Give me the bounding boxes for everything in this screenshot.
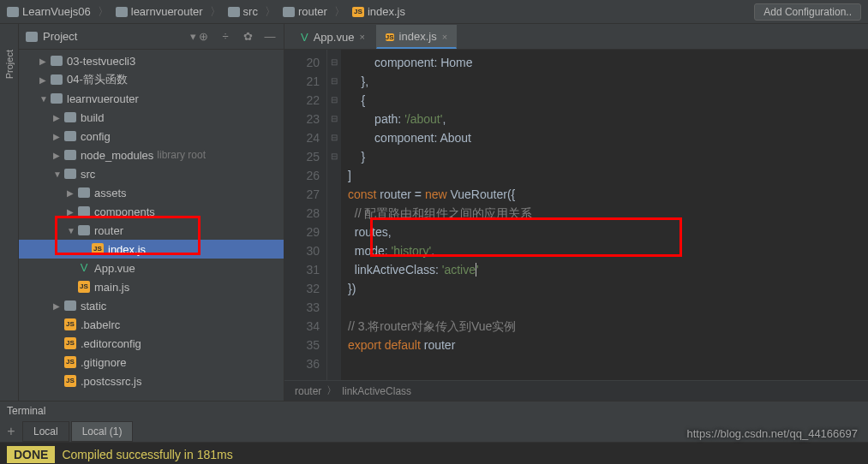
code-line[interactable]: component: Home [348, 53, 868, 72]
breadcrumb-item[interactable]: learnvuerouter [116, 5, 203, 18]
hide-icon[interactable]: — [263, 30, 277, 44]
code-line[interactable]: routes, [348, 223, 868, 241]
line-number[interactable]: 27 [284, 185, 320, 204]
code-line[interactable]: { [348, 91, 868, 110]
line-number[interactable]: 33 [284, 298, 320, 317]
tree-item-assets[interactable]: ▶assets [19, 183, 284, 202]
code-line[interactable]: const router = new VueRouter({ [348, 185, 868, 204]
collapse-icon[interactable]: ÷ [218, 30, 232, 44]
folder-icon [283, 7, 295, 17]
line-number[interactable]: 31 [284, 260, 320, 279]
tree-arrow-icon[interactable]: ▶ [39, 57, 50, 66]
tree-arrow-icon[interactable]: ▶ [53, 301, 63, 311]
tree-item-04-----[interactable]: ▶04-箭头函数 [19, 70, 284, 89]
line-number[interactable]: 28 [284, 204, 320, 223]
tree-item-main-js[interactable]: JSmain.js [19, 277, 284, 296]
fold-toggle[interactable]: ⊟ [327, 128, 341, 147]
tree-arrow-icon[interactable]: ▼ [67, 226, 77, 235]
fold-toggle[interactable]: ⊟ [327, 147, 341, 166]
tree-item--gitignore[interactable]: JS.gitignore [19, 353, 284, 372]
tree-item-node-modules[interactable]: ▶node_moduleslibrary root [19, 146, 284, 164]
editor-tab[interactable]: JSindex.js× [376, 25, 457, 49]
line-number[interactable]: 20 [284, 53, 320, 72]
tree-item-src[interactable]: ▼src [19, 164, 284, 183]
tree-item-config[interactable]: ▶config [19, 127, 284, 146]
code-line[interactable]: mode: 'history', [348, 241, 868, 260]
folder-icon [26, 32, 38, 42]
tree-item--postcssrc-js[interactable]: JS.postcssrc.js [19, 372, 284, 390]
line-number[interactable]: 25 [284, 147, 320, 166]
tree-arrow-icon[interactable]: ▶ [39, 75, 50, 85]
code-line[interactable]: // 配置路由和组件之间的应用关系 [348, 204, 868, 223]
code-line[interactable]: } [348, 147, 868, 166]
code-line[interactable]: // 3.将router对象传入到Vue实例 [348, 317, 868, 336]
code-line[interactable]: ] [348, 166, 868, 185]
close-icon[interactable]: × [359, 32, 364, 42]
code-line[interactable]: }) [348, 279, 868, 298]
line-number[interactable]: 35 [284, 336, 320, 354]
breadcrumb-node[interactable]: linkActiveClass [342, 385, 411, 397]
tree-item-label: 03-testvuecli3 [67, 55, 135, 68]
line-number[interactable]: 26 [284, 166, 320, 185]
terminal-tab[interactable]: Local (1) [71, 421, 134, 442]
project-tool-rail[interactable]: Project [0, 24, 19, 401]
tree-arrow-icon[interactable]: ▶ [67, 188, 77, 198]
code-editor[interactable]: component: Home }, { path: '/about', com… [341, 50, 868, 380]
tree-item-learnvuerouter[interactable]: ▼learnvuerouter [19, 89, 284, 108]
fold-toggle[interactable]: ⊟ [327, 53, 341, 72]
close-icon[interactable]: × [442, 32, 447, 42]
code-line[interactable]: linkActiveClass: 'active' [348, 260, 868, 279]
target-icon[interactable]: ⊕ [196, 30, 210, 44]
tree-arrow-icon[interactable]: ▶ [53, 132, 63, 141]
chevron-right-icon: 〉 [334, 4, 345, 20]
terminal-header[interactable]: Terminal [0, 402, 868, 420]
add-configuration-button[interactable]: Add Configuration.. [754, 3, 861, 21]
line-number[interactable]: 36 [284, 354, 320, 373]
fold-toggle[interactable]: ⊟ [327, 110, 341, 128]
line-number[interactable]: 34 [284, 317, 320, 336]
fold-toggle[interactable]: ⊟ [327, 91, 341, 110]
tree-arrow-icon[interactable]: ▶ [53, 113, 63, 122]
tree-item-03-testvuecli3[interactable]: ▶03-testvuecli3 [19, 51, 284, 70]
line-number[interactable]: 22 [284, 91, 320, 110]
line-number[interactable]: 21 [284, 72, 320, 91]
chevron-down-icon[interactable]: ▾ [190, 30, 196, 43]
tree-arrow-icon[interactable]: ▶ [53, 151, 63, 160]
line-number[interactable]: 32 [284, 279, 320, 298]
code-line[interactable]: component: About [348, 128, 868, 147]
code-line[interactable]: }, [348, 72, 868, 91]
tree-arrow-icon[interactable]: ▼ [39, 94, 50, 104]
breadcrumb-item[interactable]: JSindex.js [352, 5, 405, 18]
line-number[interactable]: 23 [284, 110, 320, 128]
tree-item-build[interactable]: ▶build [19, 108, 284, 127]
tree-item-static[interactable]: ▶static [19, 296, 284, 315]
breadcrumb-item[interactable]: router [283, 5, 327, 18]
breadcrumb-item[interactable]: LearnVuejs06 [7, 5, 91, 18]
gear-icon[interactable]: ✿ [241, 30, 254, 44]
line-gutter[interactable]: 2021222324252627282930313233343536 [284, 50, 327, 380]
code-line[interactable]: path: '/about', [348, 110, 868, 128]
tree-arrow-icon[interactable]: ▼ [53, 170, 63, 179]
breadcrumb-node[interactable]: router [295, 385, 321, 397]
tree-arrow-icon[interactable]: ▶ [67, 207, 77, 217]
tree-item-router[interactable]: ▼router [19, 221, 284, 240]
tree-item-components[interactable]: ▶components [19, 202, 284, 221]
terminal-tab[interactable]: Local [22, 421, 69, 442]
code-line[interactable] [348, 354, 868, 373]
tree-item-index-js[interactable]: JSindex.js [19, 240, 284, 259]
code-line[interactable] [348, 298, 868, 317]
fold-column[interactable]: ⊟⊟⊟⊟⊟⊟ [327, 50, 341, 380]
tree-item--babelrc[interactable]: JS.babelrc [19, 315, 284, 334]
new-terminal-button[interactable]: + [0, 424, 22, 439]
project-tree[interactable]: ▶03-testvuecli3▶04-箭头函数▼learnvuerouter▶b… [19, 50, 284, 401]
line-number[interactable]: 30 [284, 241, 320, 260]
fold-toggle[interactable]: ⊟ [327, 72, 341, 91]
terminal-output[interactable]: DONE Compiled successfully in 181ms [0, 443, 868, 464]
tree-item-app-vue[interactable]: VApp.vue [19, 259, 284, 277]
editor-tab[interactable]: VApp.vue× [291, 25, 374, 49]
tree-item--editorconfig[interactable]: JS.editorconfig [19, 334, 284, 353]
line-number[interactable]: 24 [284, 128, 320, 147]
line-number[interactable]: 29 [284, 223, 320, 241]
breadcrumb-item[interactable]: src [228, 5, 258, 18]
code-line[interactable]: export default router [348, 336, 868, 354]
